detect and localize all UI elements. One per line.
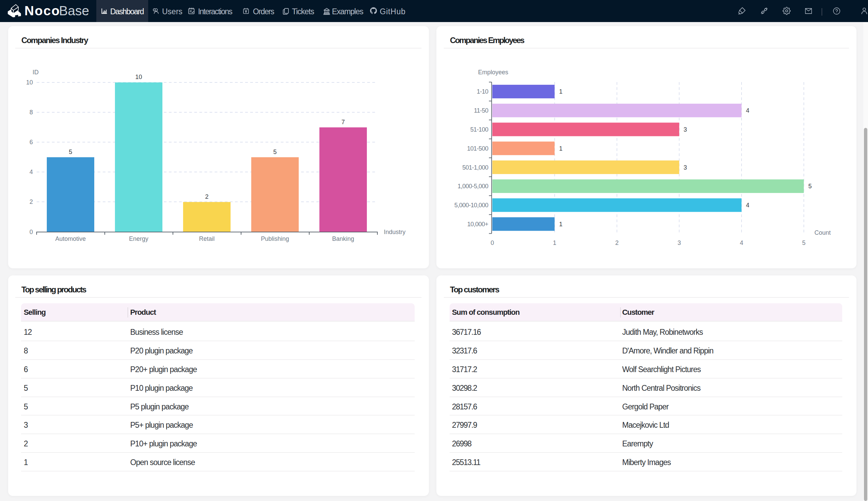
svg-text:501-1,000: 501-1,000 [462,164,488,171]
svg-text:5: 5 [808,183,812,190]
svg-text:Automotive: Automotive [55,235,86,242]
svg-text:4: 4 [740,239,743,246]
svg-text:10,000+: 10,000+ [467,221,488,227]
svg-text:3: 3 [684,164,687,171]
svg-text:101-500: 101-500 [467,145,488,152]
svg-text:5: 5 [273,149,277,155]
svg-text:Employees: Employees [478,69,508,76]
svg-text:10: 10 [135,74,142,81]
svg-text:11-50: 11-50 [474,107,489,114]
svg-text:Retail: Retail [199,235,215,242]
svg-text:1,000-5,000: 1,000-5,000 [457,183,488,190]
svg-text:1-10: 1-10 [477,88,489,95]
svg-text:3: 3 [677,239,681,246]
svg-text:2: 2 [30,199,33,205]
svg-text:Publishing: Publishing [261,235,289,242]
svg-text:7: 7 [341,119,345,126]
svg-text:ID: ID [33,69,39,76]
svg-text:2: 2 [205,193,208,200]
svg-text:1: 1 [559,221,563,227]
svg-text:5: 5 [802,239,806,246]
svg-text:4: 4 [746,107,749,114]
svg-text:Energy: Energy [129,235,148,242]
svg-text:3: 3 [684,126,687,133]
svg-text:Count: Count [814,229,831,236]
svg-text:1: 1 [553,239,556,246]
svg-text:5,000-10,000: 5,000-10,000 [454,202,489,209]
svg-text:2: 2 [615,239,618,246]
svg-text:4: 4 [746,202,749,209]
svg-text:10: 10 [26,79,33,86]
svg-text:0: 0 [491,239,494,246]
svg-text:6: 6 [30,139,33,146]
svg-text:Industry: Industry [384,228,405,235]
svg-text:1: 1 [559,145,563,152]
svg-text:51-100: 51-100 [470,126,489,133]
svg-text:0: 0 [30,228,33,235]
svg-text:1: 1 [559,88,563,95]
svg-text:8: 8 [30,109,33,116]
svg-text:4: 4 [30,169,33,175]
svg-text:Banking: Banking [332,235,354,242]
svg-text:5: 5 [69,149,72,155]
